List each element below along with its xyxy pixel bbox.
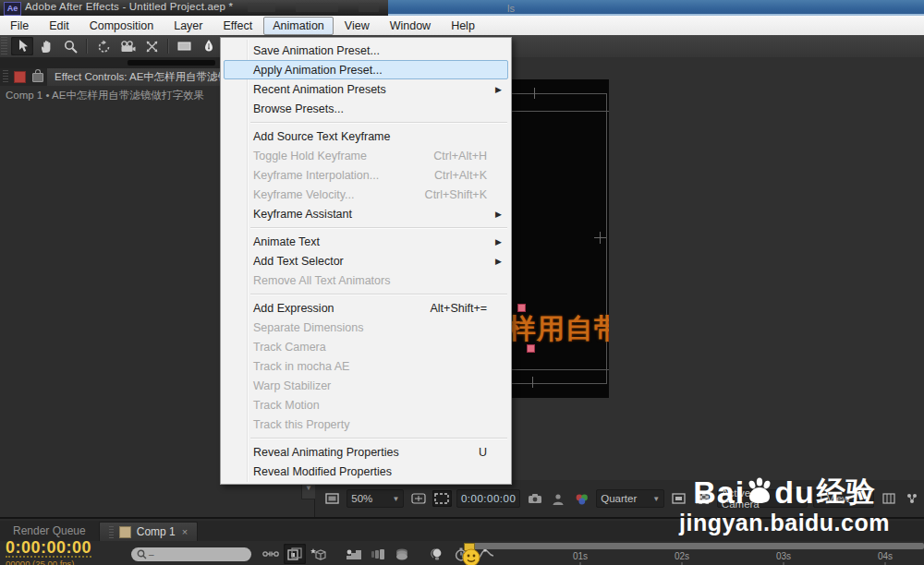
timecode-value[interactable]: 0:00:00:00 <box>6 539 91 558</box>
titlebar-ghost-mark <box>296 3 338 12</box>
menu-separator <box>250 122 507 123</box>
panel-grip[interactable] <box>3 70 8 84</box>
tab-grip <box>109 526 114 538</box>
time-ruler[interactable]: 0s01s02s03s04s <box>462 541 924 565</box>
menu-item-add-text-selector[interactable]: Add Text Selector▶ <box>223 251 509 270</box>
rotate-tool[interactable] <box>92 37 115 55</box>
preview-monitor-icon[interactable] <box>322 490 342 507</box>
menubar-item-animation[interactable]: Animation <box>263 17 334 35</box>
menubar-item-layer[interactable]: Layer <box>164 17 212 35</box>
tab-effect-controls[interactable]: Effect Controls: AE中怎样用自带滤镜 <box>47 68 236 86</box>
menu-separator <box>250 294 507 295</box>
menubar-item-effect[interactable]: Effect <box>213 17 261 35</box>
titlebar-ghost-mark <box>359 3 379 12</box>
mini-flowchart-icon[interactable] <box>260 544 282 564</box>
titlebar-ghost-mark <box>248 3 275 12</box>
effect-controls-comp-label: Comp 1 • AE中怎样用自带滤镜做打字效果 <box>6 89 204 102</box>
window-title: Adobe After Effects - Untitled Project.a… <box>25 1 233 12</box>
menu-item-recent-animation-presets[interactable]: Recent Animation Presets▶ <box>223 79 509 99</box>
selection-handle[interactable] <box>517 304 526 312</box>
submenu-arrow-icon: ▶ <box>495 237 502 246</box>
ruler-tick-02s: 02s <box>675 551 689 561</box>
baidu-paw-icon <box>746 476 773 504</box>
draft-3d-icon[interactable] <box>308 544 330 564</box>
titlebar-blue-region <box>388 0 924 16</box>
camera-tool[interactable] <box>116 37 139 55</box>
menu-item-apply-animation-preset[interactable]: Apply Animation Preset... <box>224 60 508 79</box>
menu-item-track-this-property: Track this Property <box>223 415 509 434</box>
baidu-jingyan-watermark: Bai du 经验 jingyan.baidu.com <box>679 473 890 536</box>
menu-item-browse-presets[interactable]: Browse Presets... <box>223 99 509 118</box>
menubar-item-composition[interactable]: Composition <box>80 17 163 35</box>
ruler-tick-03s: 03s <box>776 551 791 561</box>
menubar-item-edit[interactable]: Edit <box>40 17 79 35</box>
top-center-tick <box>534 88 535 99</box>
rect-tool[interactable] <box>174 37 196 55</box>
menu-separator <box>250 438 507 439</box>
safe-margins-icon[interactable] <box>408 490 428 507</box>
menu-item-reveal-modified-properties[interactable]: Reveal Modified Properties <box>223 462 509 481</box>
submenu-arrow-icon: ▶ <box>495 85 502 94</box>
panel-top-bar <box>128 60 215 66</box>
fast-preview-icon[interactable] <box>903 490 922 507</box>
panel-grip[interactable] <box>1 37 7 55</box>
menu-item-track-motion: Track Motion <box>223 395 509 415</box>
menu-item-reveal-animating-properties[interactable]: Reveal Animating PropertiesU <box>223 442 509 462</box>
watermark-brand-cn: 经验 <box>817 473 876 511</box>
motion-blur-icon[interactable] <box>367 544 389 564</box>
frames-fps-label: 00000 (25.00 fps) <box>6 559 124 565</box>
watermark-url: jingyan.baidu.com <box>679 510 890 536</box>
menu-item-remove-all-text-animators: Remove All Text Animators <box>223 270 509 290</box>
menubar-item-file[interactable]: File <box>1 17 38 35</box>
current-timecode[interactable]: 0:00:00:00 00000 (25.00 fps) <box>0 539 124 565</box>
menu-item-warp-stabilizer: Warp Stabilizer <box>223 376 509 395</box>
tab-comp-1[interactable]: Comp 1 × <box>99 522 198 541</box>
tab-close-icon[interactable]: × <box>182 526 188 537</box>
selection-tool[interactable] <box>11 37 33 55</box>
zoom-level-dropdown[interactable]: 50%▼ <box>346 489 404 508</box>
menu-item-keyframe-velocity: Keyframe Velocity...Ctrl+Shift+K <box>223 185 509 204</box>
menubar-item-view[interactable]: View <box>335 17 379 35</box>
hand-tool[interactable] <box>35 37 57 55</box>
animation-menu: Save Animation Preset...Apply Animation … <box>220 37 512 485</box>
app-icon: Ae <box>4 2 21 16</box>
menubar-item-window[interactable]: Window <box>381 17 440 35</box>
toolbar-separator <box>167 39 169 54</box>
zoom-tool[interactable] <box>59 37 81 55</box>
resolution-dropdown[interactable]: Quarter▼ <box>596 489 664 508</box>
show-snapshot-icon[interactable] <box>549 490 568 507</box>
menu-item-add-expression[interactable]: Add ExpressionAlt+Shift+= <box>223 298 509 318</box>
pan-behind-tool[interactable] <box>140 37 163 55</box>
toolbar-separator <box>86 39 88 54</box>
timeline-search-input[interactable]: – <box>131 547 251 561</box>
menu-item-save-animation-preset[interactable]: Save Animation Preset... <box>223 41 509 60</box>
current-time-indicator[interactable] <box>461 548 481 565</box>
show-channels-icon[interactable] <box>572 490 591 507</box>
menu-item-animate-text[interactable]: Animate Text▶ <box>223 232 509 251</box>
lock-icon[interactable] <box>32 73 43 82</box>
menu-item-track-camera: Track Camera <box>223 337 509 356</box>
region-of-interest-icon[interactable] <box>432 490 452 507</box>
snapshot-camera-icon[interactable] <box>525 490 544 507</box>
menu-item-separate-dimensions: Separate Dimensions <box>223 318 509 337</box>
panel-red-swatch-icon[interactable] <box>14 71 26 83</box>
watermark-brand-left: Bai <box>693 475 745 511</box>
shy-layers-icon[interactable] <box>284 544 306 564</box>
pen-tool[interactable] <box>198 37 220 55</box>
right-center-tick <box>600 232 601 244</box>
submenu-arrow-icon: ▶ <box>495 257 502 266</box>
menu-item-keyframe-assistant[interactable]: Keyframe Assistant▶ <box>223 204 509 223</box>
auto-keyframe-bulb-icon[interactable] <box>426 544 448 564</box>
menubar-item-help[interactable]: Help <box>442 17 484 35</box>
menu-bar: FileEditCompositionLayerEffectAnimationV… <box>0 16 924 36</box>
frame-blending-icon[interactable] <box>343 544 365 564</box>
viewer-timecode[interactable]: 0:00:00:00 <box>456 489 520 508</box>
menu-item-add-source-text-keyframe[interactable]: Add Source Text Keyframe <box>223 126 509 146</box>
search-caret: – <box>149 549 154 559</box>
time-navigator-bar[interactable] <box>464 543 924 549</box>
selection-handle[interactable] <box>527 344 535 353</box>
brainstorm-icon[interactable] <box>391 544 413 564</box>
menu-separator <box>250 227 507 228</box>
title-bar: Ae Adobe After Effects - Untitled Projec… <box>0 0 924 16</box>
ruler-tick-04s: 04s <box>878 551 893 561</box>
